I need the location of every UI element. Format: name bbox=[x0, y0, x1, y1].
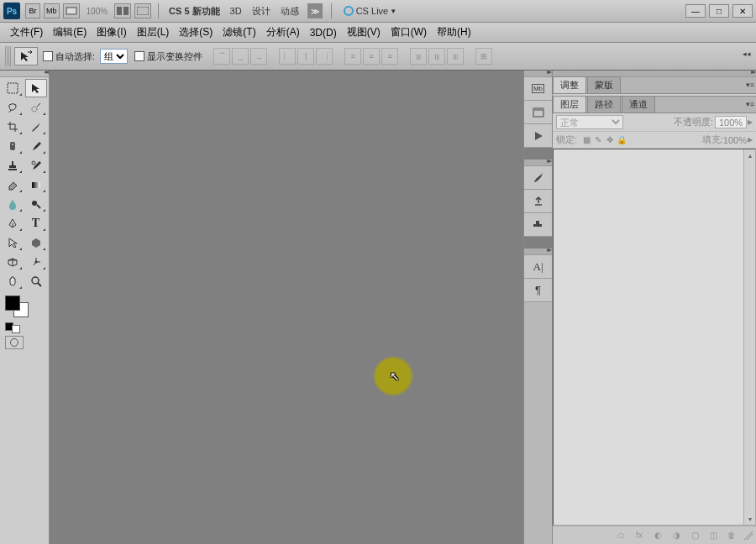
canvas-area[interactable]: ↖ bbox=[50, 71, 523, 544]
lock-move-icon[interactable]: ✥ bbox=[604, 135, 616, 144]
brush-panel-icon[interactable] bbox=[524, 166, 552, 190]
panel-flyout-icon[interactable]: ▾≡ bbox=[746, 81, 754, 89]
tab-adjustments[interactable]: 调整 bbox=[553, 76, 586, 93]
foreground-color[interactable] bbox=[5, 296, 20, 311]
marquee-tool[interactable] bbox=[2, 79, 24, 97]
dist-bottom-icon[interactable]: ≡ bbox=[381, 48, 398, 65]
align-vcenter-icon[interactable]: ⎯ bbox=[232, 48, 249, 65]
lock-brush-icon[interactable]: ✎ bbox=[592, 135, 604, 144]
dist-left-icon[interactable]: ⫼ bbox=[410, 48, 427, 65]
workspace-design[interactable]: 设计 bbox=[252, 5, 270, 18]
brush-presets-icon[interactable] bbox=[524, 190, 552, 213]
hand-tool[interactable] bbox=[2, 272, 24, 290]
actions-panel-icon[interactable] bbox=[524, 124, 552, 148]
stamp-tool[interactable] bbox=[2, 156, 24, 175]
new-layer-icon[interactable]: ◫ bbox=[705, 529, 722, 542]
auto-select-checkbox[interactable] bbox=[43, 51, 53, 61]
dock-header-3[interactable] bbox=[524, 248, 552, 255]
dist-vcenter-icon[interactable]: ≡ bbox=[363, 48, 380, 65]
window-minimize[interactable]: — bbox=[685, 4, 706, 18]
color-swatches[interactable] bbox=[0, 292, 49, 321]
tab-masks[interactable]: 蒙版 bbox=[587, 76, 621, 93]
workspace-more-button[interactable]: ≫ bbox=[307, 3, 323, 18]
menu-edit[interactable]: 编辑(E) bbox=[53, 25, 87, 39]
menu-3d[interactable]: 3D(D) bbox=[310, 27, 337, 39]
zoom-level[interactable]: 100% bbox=[87, 7, 108, 16]
mini-white[interactable] bbox=[12, 325, 20, 333]
layers-list[interactable]: ▴ ▾ bbox=[553, 149, 756, 526]
layers-scrollbar[interactable]: ▴ ▾ bbox=[743, 149, 755, 525]
workspace-motion[interactable]: 动感 bbox=[281, 5, 299, 18]
minibridge-button[interactable]: Mb bbox=[44, 3, 60, 18]
menu-window[interactable]: 窗口(W) bbox=[391, 25, 427, 39]
align-right-icon[interactable]: ⎹ bbox=[316, 48, 333, 65]
eraser-tool[interactable] bbox=[2, 175, 24, 194]
arrange-docs-button[interactable] bbox=[114, 3, 131, 18]
zoom-tool[interactable] bbox=[25, 272, 47, 290]
view-extras-button[interactable] bbox=[63, 3, 80, 18]
lasso-tool[interactable] bbox=[2, 98, 24, 117]
menu-select[interactable]: 选择(S) bbox=[179, 25, 213, 39]
minibridge-panel-icon[interactable]: Mb bbox=[524, 77, 552, 101]
resize-grip-icon[interactable] bbox=[744, 531, 753, 540]
history-brush-tool[interactable] bbox=[25, 156, 47, 175]
3d-tool[interactable] bbox=[2, 253, 24, 271]
align-left-icon[interactable]: ⎸ bbox=[279, 48, 296, 65]
toolbox-header[interactable] bbox=[0, 71, 49, 77]
brush-tool[interactable] bbox=[25, 137, 47, 155]
fill-value[interactable]: 100% bbox=[723, 135, 747, 145]
tab-paths[interactable]: 路径 bbox=[587, 96, 621, 112]
workspace-cs5[interactable]: CS 5 新功能 bbox=[169, 5, 220, 18]
camera-tool[interactable] bbox=[25, 253, 47, 271]
move-tool[interactable] bbox=[25, 79, 47, 97]
dock-header[interactable] bbox=[524, 71, 552, 77]
show-transform-checkbox[interactable] bbox=[134, 51, 144, 61]
window-maximize[interactable]: □ bbox=[709, 4, 729, 18]
opacity-value[interactable]: 100% bbox=[715, 116, 747, 128]
dodge-tool[interactable] bbox=[25, 195, 47, 213]
scroll-up-icon[interactable]: ▴ bbox=[744, 149, 755, 161]
layer-fx-icon[interactable]: fx bbox=[631, 529, 648, 542]
auto-select-target[interactable]: 组 bbox=[100, 49, 128, 64]
delete-layer-icon[interactable]: 🗑 bbox=[723, 529, 740, 542]
layer-group-icon[interactable]: ▢ bbox=[686, 529, 703, 542]
cslive-menu[interactable]: CS Live ▼ bbox=[344, 6, 396, 16]
align-hcenter-icon[interactable]: | bbox=[297, 48, 314, 65]
options-grip[interactable] bbox=[5, 46, 11, 66]
layers-flyout-icon[interactable]: ▾≡ bbox=[746, 100, 754, 108]
shape-tool[interactable] bbox=[25, 233, 47, 252]
fill-arrow-icon[interactable]: ▶ bbox=[748, 136, 753, 144]
dist-right-icon[interactable]: ⫼ bbox=[447, 48, 464, 65]
scroll-down-icon[interactable]: ▾ bbox=[744, 513, 755, 525]
eyedropper-tool[interactable] bbox=[25, 118, 47, 136]
dist-top-icon[interactable]: ≡ bbox=[344, 48, 361, 65]
blend-mode-select[interactable]: 正常 bbox=[556, 115, 623, 129]
menu-file[interactable]: 文件(F) bbox=[10, 25, 43, 39]
menu-analysis[interactable]: 分析(A) bbox=[266, 25, 300, 39]
link-layers-icon[interactable]: ⬭ bbox=[612, 529, 629, 542]
clone-source-icon[interactable] bbox=[524, 213, 552, 237]
menu-image[interactable]: 图像(I) bbox=[97, 25, 126, 39]
options-collapse-icon[interactable]: ◂◂ bbox=[743, 50, 754, 61]
type-tool[interactable]: T bbox=[25, 214, 47, 233]
align-top-icon[interactable]: ⎺ bbox=[213, 48, 230, 65]
quick-mask-toggle[interactable] bbox=[5, 336, 24, 349]
current-tool-indicator[interactable] bbox=[14, 47, 38, 65]
lock-all-icon[interactable]: 🔒 bbox=[616, 135, 627, 144]
blur-tool[interactable] bbox=[2, 195, 24, 213]
pen-tool[interactable] bbox=[2, 214, 24, 233]
path-select-tool[interactable] bbox=[2, 233, 24, 252]
tab-layers[interactable]: 图层 bbox=[553, 96, 586, 112]
dock-header-2[interactable] bbox=[524, 160, 552, 166]
history-panel-icon[interactable] bbox=[524, 101, 552, 124]
menu-view[interactable]: 视图(V) bbox=[347, 25, 381, 39]
layer-mask-icon[interactable]: ◐ bbox=[649, 529, 666, 542]
healing-tool[interactable] bbox=[2, 137, 24, 155]
opacity-arrow-icon[interactable]: ▶ bbox=[748, 118, 753, 126]
paragraph-panel-icon[interactable]: ¶ bbox=[524, 279, 552, 302]
auto-align-icon[interactable]: ⊞ bbox=[475, 48, 492, 65]
window-close[interactable]: ✕ bbox=[732, 4, 753, 18]
gradient-tool[interactable] bbox=[25, 175, 47, 194]
lock-pixels-icon[interactable]: ▦ bbox=[580, 135, 592, 144]
menu-help[interactable]: 帮助(H) bbox=[437, 25, 471, 39]
